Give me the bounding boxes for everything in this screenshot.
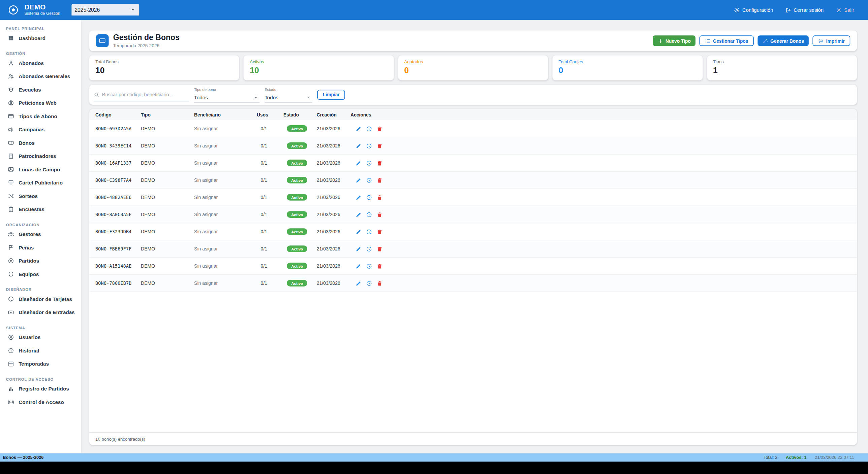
cell-uses: 0/1 xyxy=(257,263,283,269)
edit-button[interactable] xyxy=(355,142,362,149)
new-type-button[interactable]: Nuevo Tipo xyxy=(653,35,695,46)
cell-beneficiary: Sin asignar xyxy=(194,160,257,166)
sidebar-item-usuarios[interactable]: Usuarios xyxy=(0,331,81,344)
history-button[interactable] xyxy=(366,176,373,183)
clear-filters-button[interactable]: Limpiar xyxy=(317,90,345,100)
generate-bonos-button[interactable]: Generar Bonos xyxy=(757,35,809,46)
state-filter-select[interactable]: Estado Todos xyxy=(265,87,312,102)
sidebar-item-bonos[interactable]: Bonos xyxy=(0,136,81,150)
cell-created: 21/03/2026 xyxy=(317,126,350,131)
cell-code: BONO-C398F7A4 xyxy=(95,178,141,183)
printer-icon xyxy=(818,38,824,43)
sidebar-item-label: Registro de Partidos xyxy=(19,386,69,392)
sidebar-item-disenador-de-entradas[interactable]: Diseñador de Entradas xyxy=(0,306,81,319)
filter-bar: Tipo de bono Todos Estado Todos Limpiar xyxy=(89,85,857,105)
edit-button[interactable] xyxy=(355,262,362,269)
edit-button[interactable] xyxy=(355,125,362,132)
globe-icon xyxy=(8,100,14,106)
trash-icon xyxy=(377,229,383,235)
sidebar-item-registro-de-partidos[interactable]: Registro de Partidos xyxy=(0,382,81,396)
delete-button[interactable] xyxy=(376,159,383,166)
sidebar-section-label: SISTEMA xyxy=(0,324,81,331)
delete-button[interactable] xyxy=(376,279,383,286)
sidebar-item-cartel-publicitario[interactable]: Cartel Publicitario xyxy=(0,176,81,190)
sidebar-item-penas[interactable]: Peñas xyxy=(0,241,81,255)
delete-button[interactable] xyxy=(376,262,383,269)
sidebar-item-historial[interactable]: Historial xyxy=(0,344,81,358)
history-icon xyxy=(366,194,372,200)
delete-button[interactable] xyxy=(376,228,383,235)
sidebar-item-patrocinadores[interactable]: Patrocinadores xyxy=(0,149,81,163)
history-button[interactable] xyxy=(366,194,373,201)
people-icon xyxy=(8,73,14,80)
edit-button[interactable] xyxy=(355,211,362,218)
sidebar: PANEL PRINCIPALDashboardGESTIÓNAbonadosA… xyxy=(0,20,82,453)
edit-button[interactable] xyxy=(355,245,362,252)
sidebar-item-equipos[interactable]: Equipos xyxy=(0,268,81,281)
history-button[interactable] xyxy=(366,142,373,149)
calendar-icon xyxy=(8,361,14,367)
edit-button[interactable] xyxy=(355,159,362,166)
type-filter-select[interactable]: Tipo de bono Todos xyxy=(194,87,259,102)
cell-created: 21/03/2026 xyxy=(317,229,350,234)
search-input[interactable] xyxy=(102,92,189,97)
sidebar-section-label: GESTIÓN xyxy=(0,50,81,57)
cell-beneficiary: Sin asignar xyxy=(194,263,257,269)
sidebar-item-abonados-generales[interactable]: Abonados Generales xyxy=(0,70,81,83)
sidebar-item-abonados[interactable]: Abonados xyxy=(0,57,81,70)
history-button[interactable] xyxy=(366,211,373,218)
delete-button[interactable] xyxy=(376,245,383,252)
pencil-icon xyxy=(355,211,362,217)
sidebar-item-dashboard[interactable]: Dashboard xyxy=(0,32,81,45)
print-button[interactable]: Imprimir xyxy=(813,35,850,46)
delete-button[interactable] xyxy=(376,194,383,201)
edit-button[interactable] xyxy=(355,228,362,235)
page-subtitle: Temporada 2025-2026 xyxy=(113,42,180,48)
history-button[interactable] xyxy=(366,245,373,252)
history-button[interactable] xyxy=(366,125,373,132)
sidebar-item-disenador-de-tarjetas[interactable]: Diseñador de Tarjetas xyxy=(0,293,81,306)
history-icon xyxy=(366,126,372,132)
pencil-icon xyxy=(355,229,362,235)
edit-button[interactable] xyxy=(355,194,362,201)
main-content: Gestión de Bonos Temporada 2025-2026 Nue… xyxy=(82,20,868,453)
edit-button[interactable] xyxy=(355,279,362,286)
cell-created: 21/03/2026 xyxy=(317,195,350,200)
season-select[interactable]: 2025-2026 xyxy=(71,4,139,16)
sidebar-item-peticiones-web[interactable]: Peticiones Web xyxy=(0,96,81,110)
delete-button[interactable] xyxy=(376,142,383,149)
sidebar-item-label: Peticiones Web xyxy=(19,100,57,106)
sidebar-item-tipos-de-abono[interactable]: Tipos de Abono xyxy=(0,110,81,123)
sidebar-item-escuelas[interactable]: Escuelas xyxy=(0,83,81,97)
sidebar-item-label: Partidos xyxy=(19,258,39,264)
delete-button[interactable] xyxy=(376,176,383,183)
pencil-icon xyxy=(355,160,362,166)
logout-button[interactable]: Cerrar sesión xyxy=(785,7,824,13)
delete-button[interactable] xyxy=(376,125,383,132)
new-type-label: Nuevo Tipo xyxy=(665,38,691,43)
history-button[interactable] xyxy=(366,279,373,286)
sidebar-item-campanas[interactable]: Campañas xyxy=(0,123,81,136)
exit-button[interactable]: Salir xyxy=(836,7,854,13)
table-row: BONO-693D2A5ADEMOSin asignar0/1Activo21/… xyxy=(89,120,857,137)
sidebar-item-label: Lonas de Campo xyxy=(19,167,60,172)
sidebar-item-lonas-de-campo[interactable]: Lonas de Campo xyxy=(0,163,81,176)
sidebar-item-partidos[interactable]: Partidos xyxy=(0,255,81,268)
history-button[interactable] xyxy=(366,228,373,235)
history-button[interactable] xyxy=(366,262,373,269)
delete-button[interactable] xyxy=(376,211,383,218)
column-header-estado: Estado xyxy=(283,112,317,117)
statusbar-context: Bonos — 2025-2026 xyxy=(3,455,43,460)
ticket2-icon xyxy=(8,309,14,316)
sidebar-item-sorteos[interactable]: Sorteos xyxy=(0,190,81,203)
sidebar-item-gestores[interactable]: Gestores xyxy=(0,228,81,241)
sidebar-item-encuestas[interactable]: Encuestas xyxy=(0,203,81,216)
config-button[interactable]: Configuración xyxy=(734,7,773,13)
edit-button[interactable] xyxy=(355,176,362,183)
manage-types-button[interactable]: Gestionar Tipos xyxy=(700,35,754,46)
search-field[interactable] xyxy=(94,89,189,101)
cell-code: BONO-3439EC14 xyxy=(95,143,141,148)
sidebar-item-temporadas[interactable]: Temporadas xyxy=(0,358,81,371)
history-button[interactable] xyxy=(366,159,373,166)
sidebar-item-control-de-acceso[interactable]: Control de Acceso xyxy=(0,396,81,409)
